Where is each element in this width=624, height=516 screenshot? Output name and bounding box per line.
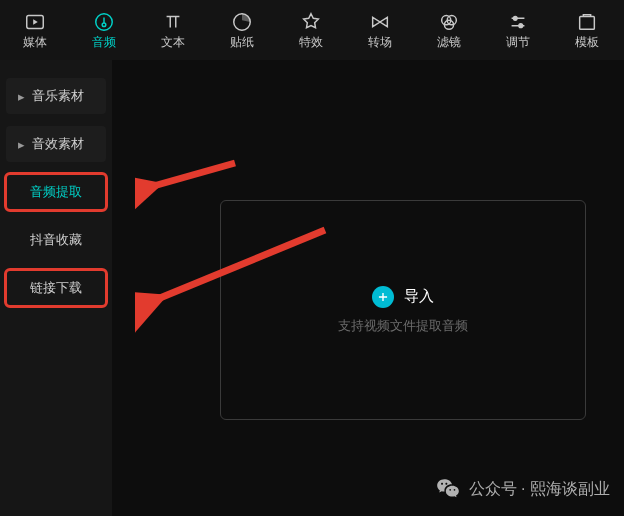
svg-rect-9 [579,16,594,29]
top-nav: 媒体 音频 文本 贴纸 特效 转场 滤镜 调节 [0,0,624,61]
sidebar-item-extract-audio[interactable]: 音频提取 [6,174,106,210]
sticker-icon [231,11,253,33]
sidebar: ▸ 音乐素材 ▸ 音效素材 音频提取 抖音收藏 链接下载 [0,60,112,516]
tab-label: 模板 [575,36,599,48]
tab-transition[interactable]: 转场 [345,0,414,58]
watermark: 公众号 · 熙海谈副业 [435,476,610,502]
transition-icon [369,11,391,33]
text-icon [162,11,184,33]
sidebar-item-link-download[interactable]: 链接下载 [6,270,106,306]
sidebar-item-label: 音乐素材 [32,87,84,105]
sidebar-item-douyin-fav[interactable]: 抖音收藏 [6,222,106,258]
template-icon [576,11,598,33]
import-label: 导入 [404,287,434,306]
tab-filter[interactable]: 滤镜 [414,0,483,58]
tab-template[interactable]: 模板 [552,0,621,58]
svg-point-8 [518,23,522,27]
import-row: 导入 [372,286,434,308]
svg-point-2 [102,22,106,26]
filter-icon [438,11,460,33]
import-hint: 支持视频文件提取音频 [338,318,468,335]
tab-sticker[interactable]: 贴纸 [207,0,276,58]
svg-point-7 [513,16,517,20]
tab-audio[interactable]: 音频 [69,0,138,58]
plus-icon [372,286,394,308]
chevron-right-icon: ▸ [16,137,26,152]
effects-icon [300,11,322,33]
tab-label: 滤镜 [437,36,461,48]
chevron-right-icon: ▸ [16,89,26,104]
tab-media[interactable]: 媒体 [0,0,69,58]
main-panel: 导入 支持视频文件提取音频 [112,60,624,516]
sidebar-item-label: 链接下载 [30,279,82,297]
app-root: 媒体 音频 文本 贴纸 特效 转场 滤镜 调节 [0,0,624,516]
import-dropzone[interactable]: 导入 支持视频文件提取音频 [220,200,586,420]
tab-label: 贴纸 [230,36,254,48]
sidebar-item-sfx[interactable]: ▸ 音效素材 [6,126,106,162]
audio-icon [93,11,115,33]
sidebar-item-label: 音频提取 [30,183,82,201]
tab-adjust[interactable]: 调节 [483,0,552,58]
tab-label: 媒体 [23,36,47,48]
tab-label: 特效 [299,36,323,48]
tab-text[interactable]: 文本 [138,0,207,58]
wechat-icon [435,476,461,502]
sidebar-item-label: 抖音收藏 [30,231,82,249]
tab-label: 调节 [506,36,530,48]
tab-effects[interactable]: 特效 [276,0,345,58]
tab-label: 文本 [161,36,185,48]
sidebar-item-label: 音效素材 [32,135,84,153]
media-icon [24,11,46,33]
sidebar-item-music[interactable]: ▸ 音乐素材 [6,78,106,114]
watermark-text: 公众号 · 熙海谈副业 [469,479,610,500]
tab-label: 转场 [368,36,392,48]
tab-label: 音频 [92,36,116,48]
adjust-icon [507,11,529,33]
